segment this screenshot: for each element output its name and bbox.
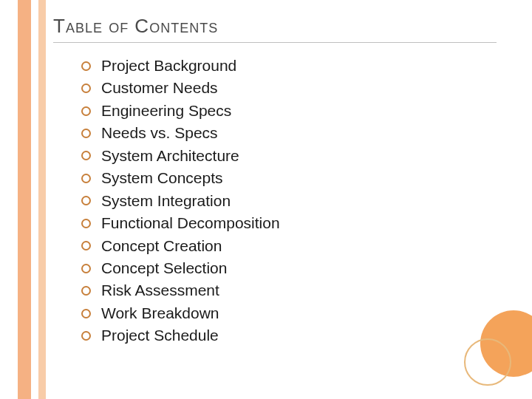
- toc-item-label: Project Background: [101, 55, 236, 77]
- list-item: Project Background: [81, 55, 280, 77]
- toc-item-label: Customer Needs: [101, 77, 218, 99]
- list-item: Customer Needs: [81, 77, 280, 99]
- toc-item-label: Engineering Specs: [101, 100, 231, 122]
- bullet-icon: [81, 61, 91, 71]
- toc-item-label: Risk Assessment: [101, 279, 219, 301]
- bullet-icon: [81, 129, 91, 138]
- list-item: System Integration: [81, 190, 280, 212]
- bullet-icon: [81, 219, 91, 228]
- toc-list: Project Background Customer Needs Engine…: [81, 55, 280, 347]
- toc-item-label: System Integration: [101, 190, 231, 212]
- list-item: System Architecture: [81, 145, 280, 167]
- bullet-icon: [81, 241, 91, 250]
- page-title: Table of Contents: [53, 15, 497, 43]
- list-item: Functional Decomposition: [81, 212, 280, 234]
- list-item: Work Breakdown: [81, 302, 280, 324]
- bullet-icon: [81, 331, 91, 341]
- slide: Table of Contents Project Background Cus…: [0, 0, 532, 399]
- toc-item-label: Work Breakdown: [101, 302, 219, 324]
- decorative-stripe-outer: [18, 0, 31, 399]
- toc-item-label: Functional Decomposition: [101, 212, 280, 234]
- bullet-icon: [81, 309, 91, 318]
- list-item: Project Schedule: [81, 324, 280, 347]
- bullet-icon: [81, 83, 91, 93]
- list-item: Engineering Specs: [81, 100, 280, 122]
- bullet-icon: [81, 151, 91, 160]
- toc-item-label: Concept Selection: [101, 257, 227, 279]
- toc-item-label: System Architecture: [101, 145, 239, 167]
- toc-item-label: System Concepts: [101, 167, 223, 189]
- toc-item-label: Project Schedule: [101, 324, 219, 347]
- list-item: System Concepts: [81, 167, 280, 189]
- list-item: Needs vs. Specs: [81, 122, 280, 144]
- bullet-icon: [81, 174, 91, 183]
- toc-item-label: Concept Creation: [101, 235, 222, 257]
- decorative-circle-ring: [464, 338, 511, 386]
- bullet-icon: [81, 286, 91, 296]
- toc-item-label: Needs vs. Specs: [101, 122, 218, 144]
- list-item: Concept Creation: [81, 235, 280, 257]
- list-item: Risk Assessment: [81, 279, 280, 301]
- decorative-stripe-inner: [38, 0, 46, 399]
- list-item: Concept Selection: [81, 257, 280, 279]
- bullet-icon: [81, 264, 91, 273]
- bullet-icon: [81, 196, 91, 205]
- bullet-icon: [81, 106, 91, 116]
